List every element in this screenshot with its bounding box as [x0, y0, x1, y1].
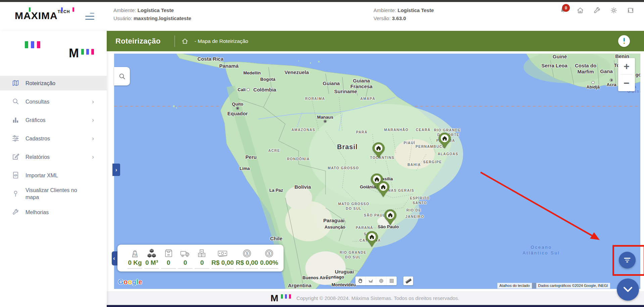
wrench-icon[interactable]	[593, 7, 601, 15]
environment-info-left: Ambiente: Logística Teste Usuário: maxst…	[113, 6, 191, 22]
map-search-button[interactable]	[114, 67, 130, 85]
map-marker-pin[interactable]	[384, 209, 397, 225]
chevron-right-icon: ›	[92, 154, 94, 161]
ambiente-value: Logística Teste	[398, 7, 434, 13]
search-icon	[119, 73, 126, 80]
sidebar-item-graficos[interactable]: Gráficos›	[0, 113, 107, 127]
sidebar-item-melhorias[interactable]: Melhorias	[0, 205, 107, 220]
stat-money: R$ 0,00	[211, 248, 234, 269]
google-logo-letter: e	[138, 278, 142, 286]
bar-chart-icon	[12, 116, 19, 124]
cubes-icon	[146, 248, 157, 258]
divider	[175, 36, 175, 47]
sidebar-item-label: Cadastros	[26, 135, 50, 142]
map-marker-pin[interactable]	[377, 181, 390, 197]
gear-icon[interactable]	[610, 7, 618, 15]
sliders-icon	[12, 135, 19, 142]
stat-value: 0	[200, 259, 204, 266]
keyboard-shortcuts-link[interactable]: Atalhos do teclado	[497, 283, 532, 289]
side-panel-toggle[interactable]: ›	[112, 164, 120, 176]
stat-value: 0.00%	[260, 259, 278, 266]
header-icon-row: 0	[560, 4, 635, 17]
stat-coin: $R$ 0,00	[236, 248, 258, 269]
sidebar-item-consultas[interactable]: Consultas›	[0, 94, 107, 109]
stat-value: 0	[184, 259, 187, 266]
footer: M Copyright © 2008-2024. Máxima Sistemas…	[107, 291, 644, 305]
map-draw-toolbar	[355, 277, 397, 285]
sidebar-item-label: Relatórios	[26, 154, 50, 161]
map-marker-pin[interactable]	[365, 231, 378, 247]
logo-suffix: TECH	[58, 9, 70, 14]
sidebar-menu: RoteirizaçãoConsultas›Gráficos›Cadastros…	[0, 76, 107, 223]
draw-rectangle-button[interactable]	[386, 277, 397, 285]
usuario-label: Usuário:	[113, 15, 132, 21]
stat-value: 0 Kg	[128, 259, 142, 266]
google-logo-letter: o	[128, 278, 132, 286]
sidebar-item-relatorios[interactable]: Relatórios›	[0, 149, 107, 164]
environment-info-right: Ambiente: Logística Teste Versão: 3.63.0	[374, 6, 434, 22]
svg-text:$: $	[268, 251, 270, 255]
stat-crate: 0	[195, 248, 209, 269]
divider	[532, 283, 536, 289]
filter-button[interactable]	[619, 252, 636, 268]
usuario-value: maxstring.logisticateste	[134, 15, 191, 21]
breadcrumb-home-icon[interactable]	[182, 38, 188, 45]
draw-circle-button[interactable]	[376, 277, 386, 285]
sidebar-item-label: Gráficos	[26, 117, 46, 124]
edit-icon	[12, 153, 19, 161]
stat-value: R$ 0,00	[236, 259, 258, 266]
google-logo-letter: G	[118, 278, 123, 286]
wrench-icon	[12, 208, 19, 216]
ambiente-label: Ambiente:	[374, 7, 396, 13]
file-code-icon	[12, 172, 19, 179]
page-title: Roteirização	[115, 37, 160, 46]
map-marker-pin[interactable]	[438, 132, 451, 148]
stat-truck: 0	[178, 248, 193, 269]
menu-toggle-icon[interactable]	[85, 12, 95, 21]
truck-icon	[180, 248, 191, 258]
chevron-right-icon: ›	[92, 135, 94, 142]
percent-coin-icon: $	[263, 248, 275, 258]
stat-percent-coin: $0.00%	[260, 248, 278, 269]
sidebar-item-cadastros[interactable]: Cadastros›	[0, 131, 107, 146]
sidebar-item-visualizar-clientes-no-mapa[interactable]: Visualizar Clientes no mapa	[0, 186, 107, 201]
crate-icon	[196, 248, 208, 258]
google-logo[interactable]: Google	[118, 278, 142, 286]
alert-button[interactable]	[618, 35, 630, 47]
coin-icon: $	[241, 248, 253, 258]
zoom-in-button[interactable]: +	[618, 58, 635, 74]
shekel-icon[interactable]	[627, 7, 635, 15]
breadcrumb: - Mapa de Roteirização	[194, 38, 248, 44]
map-pin-icon	[12, 190, 19, 197]
m-logo-icon: M	[69, 48, 94, 58]
map-data-attribution[interactable]: Dados cartográficos ©2024 Google, INEGI	[536, 283, 610, 289]
chevron-right-icon: ›	[92, 117, 94, 124]
copyright-text: Copyright © 2008-2024. Máxima Sistemas. …	[296, 295, 459, 301]
draw-polygon-button[interactable]	[365, 277, 376, 285]
home-icon[interactable]	[577, 7, 585, 15]
sidebar-item-label: Importar XML	[26, 172, 58, 179]
sidebar-item-importar-xml[interactable]: Importar XML	[0, 168, 107, 183]
logo-text: maxima	[15, 10, 58, 21]
measure-ruler-button[interactable]	[403, 277, 413, 285]
app-header: maximaTECH Ambiente: Logística Teste Usu…	[0, 2, 644, 31]
map-marker-pin[interactable]	[372, 142, 385, 158]
chevron-down-icon	[623, 286, 633, 293]
pan-hand-button[interactable]	[355, 277, 365, 285]
bell-icon[interactable]: 0	[560, 7, 568, 15]
svg-text:Kg: Kg	[133, 253, 136, 255]
search-icon	[12, 98, 19, 105]
sidebar-item-label: Visualizar Clientes no mapa	[26, 187, 89, 201]
ambiente-label: Ambiente:	[113, 7, 136, 13]
stat-value: 0 M³	[145, 259, 158, 266]
scroll-down-button[interactable]	[617, 279, 639, 301]
google-logo-letter: g	[132, 278, 137, 286]
maxima-tech-logo: maximaTECH	[15, 9, 82, 24]
stat-value: R$ 0,00	[211, 259, 234, 266]
chevron-right-icon: ›	[92, 98, 94, 105]
stat-package: 0	[161, 248, 176, 269]
ambiente-value: Logística Teste	[138, 7, 174, 13]
m-logo-icon: M	[270, 294, 278, 303]
zoom-out-button[interactable]: −	[618, 75, 635, 91]
sidebar-item-roteirizacao[interactable]: Roteirização	[0, 76, 107, 90]
